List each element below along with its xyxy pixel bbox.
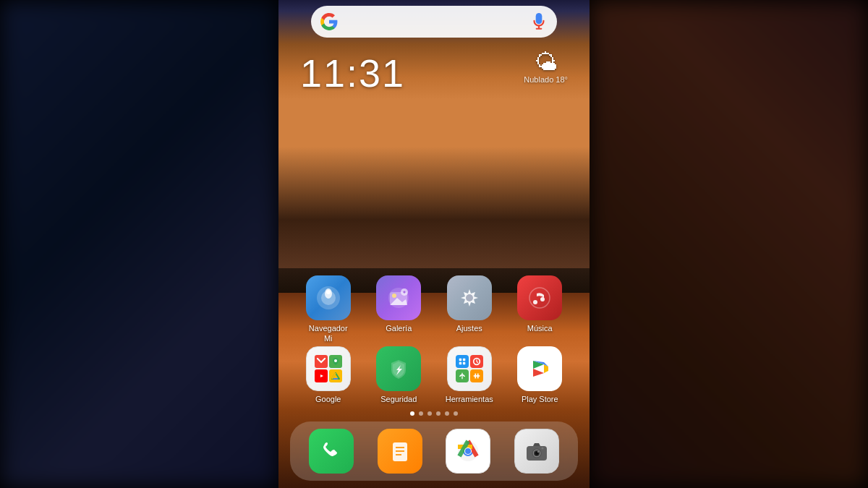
weather-widget[interactable]: 🌤 Nublado 18° (524, 51, 568, 84)
dock-camera[interactable] (503, 429, 571, 474)
app-navegador[interactable]: NavegadorMi (293, 275, 364, 343)
tool4 (470, 369, 483, 382)
svg-point-44 (541, 448, 543, 450)
navegador-label: NavegadorMi (309, 324, 348, 343)
google-folder-icon (306, 346, 351, 391)
svg-rect-29 (475, 373, 476, 378)
svg-point-3 (326, 290, 331, 294)
tool3 (456, 369, 469, 382)
svg-point-38 (465, 448, 471, 454)
youtube-mini (315, 369, 328, 382)
musica-label: Música (527, 324, 553, 333)
app-playstore[interactable]: Play Store (505, 346, 576, 404)
drive-mini (329, 369, 342, 382)
google-search-bar[interactable] (311, 6, 557, 38)
left-dark-overlay (0, 0, 278, 488)
svg-point-10 (529, 288, 550, 308)
svg-rect-23 (463, 362, 465, 364)
camera-icon (514, 429, 559, 474)
playstore-label: Play Store (522, 395, 558, 404)
dot-2 (419, 411, 423, 416)
svg-point-6 (392, 294, 396, 298)
clock-weather-area: 11:31 🌤 Nublado 18° (278, 38, 590, 95)
svg-rect-30 (477, 373, 479, 378)
galeria-label: Galería (386, 324, 412, 333)
dock-chrome[interactable] (434, 429, 503, 474)
chrome-icon (446, 429, 490, 474)
spacer (278, 95, 590, 275)
svg-rect-20 (459, 359, 461, 361)
seguridad-label: Seguridad (380, 395, 417, 404)
svg-point-14 (334, 359, 337, 362)
ajustes-icon (447, 275, 492, 320)
app-seguridad[interactable]: Seguridad (364, 346, 435, 404)
dock (290, 421, 578, 481)
dock-notes[interactable] (366, 429, 435, 474)
galeria-icon (376, 275, 421, 320)
svg-rect-21 (463, 359, 465, 361)
weather-icon: 🌤 (535, 51, 558, 74)
dot-5 (445, 411, 449, 416)
clock-display: 11:31 (300, 51, 405, 95)
dock-phone[interactable] (297, 429, 366, 474)
herramientas-icon (447, 346, 492, 391)
svg-point-9 (466, 294, 473, 301)
gmail-mini (315, 355, 328, 368)
phone-icon (309, 429, 354, 474)
svg-point-11 (533, 300, 537, 304)
svg-rect-28 (473, 375, 480, 377)
tool1 (456, 355, 469, 368)
tool2 (470, 355, 483, 368)
app-herramientas-folder[interactable]: Herramientas (434, 346, 505, 404)
phone-screen: 11:31 🌤 Nublado 18° (278, 0, 590, 488)
seguridad-icon (376, 346, 421, 391)
app-musica[interactable]: Música (505, 275, 576, 343)
google-label: Google (315, 395, 341, 404)
dot-1 (410, 411, 414, 416)
notes-icon (378, 429, 422, 474)
dot-3 (427, 411, 432, 416)
svg-line-26 (477, 361, 478, 363)
app-google-folder[interactable]: Google (293, 346, 364, 404)
weather-info: Nublado 18° (524, 75, 568, 84)
app-ajustes[interactable]: Ajustes (434, 275, 505, 343)
dot-6 (454, 411, 458, 416)
dot-4 (436, 411, 441, 416)
playstore-icon (517, 346, 562, 391)
right-dark-overlay (590, 0, 868, 488)
svg-point-12 (540, 297, 545, 301)
musica-icon (517, 275, 562, 320)
app-galeria[interactable]: Galería (364, 275, 435, 343)
google-g-icon (320, 12, 339, 31)
herramientas-label: Herramientas (446, 395, 493, 404)
svg-rect-22 (459, 362, 461, 364)
screen-content: 11:31 🌤 Nublado 18° (278, 0, 590, 488)
app-grid-row1: NavegadorMi Galería (278, 275, 590, 343)
svg-line-19 (332, 373, 336, 379)
page-indicators (278, 404, 590, 421)
ajustes-label: Ajustes (456, 324, 482, 333)
svg-point-43 (537, 451, 539, 453)
mic-icon[interactable] (529, 12, 548, 31)
navegador-icon (306, 275, 351, 320)
app-grid-row2: Google Seguridad (278, 346, 590, 404)
maps-mini (329, 355, 342, 368)
